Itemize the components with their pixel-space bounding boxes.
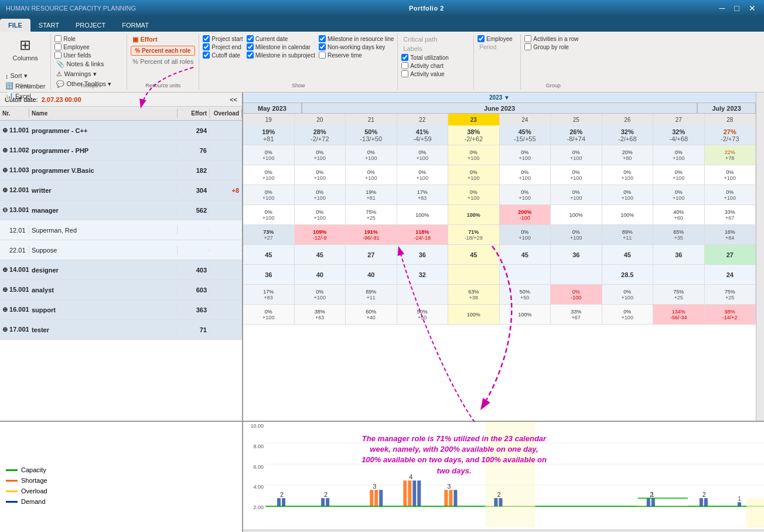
check-group-by-role[interactable]: Group by role [524,43,582,50]
month-june: June 2023 [302,103,697,113]
cutoff-nav[interactable]: << [230,96,237,103]
demand-label: Demand [21,498,46,505]
data-group-content: ⊞ Columns [9,35,41,63]
tab-file[interactable]: FILE [0,19,30,32]
legend-capacity: Capacity [6,466,236,473]
warnings-button[interactable]: ⚠ Warnings ▾ [54,70,123,79]
excel-button[interactable]: 📊 Excel [4,91,47,100]
svg-rect-18 [412,480,416,506]
check-cutoff-date[interactable]: Cutoff date [203,52,243,59]
vertical-scrollbar[interactable] [756,93,764,421]
check-nonworking-days[interactable]: Non-working days key [319,43,394,50]
gantt-row: 0%+100 0%+100 0%+100 0%+100 0%+100 0%+10… [243,145,756,165]
cutoff-value: 2.07.23 00:00 [42,96,81,103]
table-row[interactable]: 22.01 Suppose [0,240,242,260]
check-user-fields[interactable]: User fields [54,52,123,59]
check-total-utilization[interactable]: Total utilization [401,54,470,61]
table-row[interactable]: ⊕ 16.001 support 363 [0,300,242,320]
check-role[interactable]: Role [54,35,123,42]
gantt-row: 17%+83 0%+100 89%+11 63%+38 50%+50 0%-10… [243,285,756,305]
effort-button[interactable]: ▣ Effort [131,35,195,44]
ribbon-group-resource: ▣ Effort % Percent each role % Percent o… [127,34,199,90]
maximize-button[interactable]: □ [732,4,742,13]
svg-rect-17 [408,480,411,506]
ribbon: ⊞ Columns ↕ Sort ▾ 🔢 Renumber 📊 Excel Da… [0,32,764,93]
horizontal-scrollbar[interactable] [243,530,764,532]
check-activity-chart[interactable]: Activity chart [401,62,470,69]
svg-rect-26 [494,498,497,506]
check-project-start[interactable]: Project start [203,35,243,42]
app-title: HUMAN RESOURCE CAPACITY PLANNING [6,5,136,12]
gantt-row: 0%+100 0%+100 0%+100 0%+100 0%+100 0%+10… [243,165,756,185]
table-row[interactable]: ⊕ 12.001 writter 304 +8 [0,180,242,200]
minimize-button[interactable]: ─ [717,4,728,13]
svg-rect-9 [321,498,325,506]
gantt-days: 19 20 21 22 23 24 25 26 27 28 [243,114,756,125]
col-header-overload: Overload [210,109,242,118]
show-group-label: Show [199,83,397,88]
svg-text:2: 2 [280,491,284,498]
tab-project[interactable]: PROJECT [67,19,114,32]
main-area: Cutoff date: 2.07.23 00:00 << Nr. Name E… [0,93,764,421]
check-employee-show[interactable]: Employee [477,35,517,42]
table-row[interactable]: ⊕ 14.001 designer 403 [0,260,242,280]
svg-text:1: 1 [738,495,741,502]
legend-shortage: Shortage [6,477,236,484]
demand-color [6,501,18,503]
percent-all-roles-button[interactable]: % Percent of all roles [131,57,195,66]
svg-text:2: 2 [702,491,706,498]
chart-legend: Capacity Shortage Overload Demand [0,422,243,532]
check-activities-row[interactable]: Activities in a row [524,35,582,42]
table-row[interactable]: ⊕ 11.002 programmer - PHP 76 [0,141,242,161]
day-19: 19 [243,114,295,125]
window-controls: ─ □ ✕ [717,4,758,13]
table-row[interactable]: ⊕ 11.003 programmer V.Basic 182 [0,161,242,180]
check-current-date[interactable]: Current date [247,35,315,42]
check-milestone-subproject[interactable]: Milestone in subproject [247,52,315,59]
svg-rect-29 [647,498,650,506]
day-24: 24 [500,114,551,125]
col-header-nr: Nr. [0,109,29,118]
table-row[interactable]: ⊕ 11.001 programmer - C++ 294 [0,121,242,141]
gantt-row: 0%+100 38%+63 60%+40 50%+50 100% 100% 33… [243,305,756,325]
day-26: 26 [602,114,654,125]
percent-each-role-button[interactable]: % Percent each role [131,46,195,56]
gantt-row: 0%+100 0%+100 19%+81 17%+83 0%+100 0%+10… [243,185,756,205]
close-button[interactable]: ✕ [746,4,758,13]
table-row[interactable]: 12.01 Superman, Red [0,220,242,240]
legend-overload: Overload [6,487,236,495]
check-reserve-time[interactable]: Reserve time [319,52,394,59]
check-activity-value[interactable]: Activity value [401,70,470,77]
table-row[interactable]: ⊕ 17.001 tester 71 [0,320,242,340]
svg-rect-33 [700,498,703,506]
month-may: May 2023 [243,103,302,113]
table-row[interactable]: ⊖ 13.001 manager 562 [0,200,242,220]
ribbon-group-activity: Critical path Labels Total utilization A… [398,34,474,90]
gantt-sub-row: 36 40 40 32 28.5 24 [243,265,756,285]
title-bar: HUMAN RESOURCE CAPACITY PLANNING Portfol… [0,0,764,16]
columns-button[interactable]: ⊞ Columns [9,35,41,63]
shortage-label: Shortage [21,477,47,484]
tab-format[interactable]: FORMAT [114,19,157,32]
check-employee[interactable]: Employee [54,43,123,50]
gantt-summary-cell: 38%-2/+62 [448,125,500,145]
resource-group-label: Resource units [127,83,199,88]
labels-button: Labels [401,45,470,53]
notes-links-button[interactable]: 📎 Notes & links [54,60,123,69]
check-milestone-calendar[interactable]: Milestone in calendar [247,43,315,50]
left-panel: Cutoff date: 2.07.23 00:00 << Nr. Name E… [0,93,243,421]
tab-start[interactable]: START [30,19,67,32]
y-axis: 10.00 8.00 6.00 4.00 2.00 [244,422,265,526]
svg-text:3: 3 [447,483,451,490]
table-row[interactable]: ⊕ 15.001 analyst 603 [0,280,242,300]
sort-button[interactable]: ↕ Sort ▾ [4,71,47,80]
data-group-label: Data [0,83,50,88]
svg-rect-16 [403,480,407,506]
svg-text:3: 3 [373,483,376,490]
check-milestone-resource[interactable]: Milestone in resource line [319,35,394,42]
svg-rect-34 [704,498,708,506]
check-project-end[interactable]: Project end [203,43,243,50]
svg-text:2: 2 [324,491,328,498]
svg-rect-21 [444,490,448,506]
svg-rect-14 [379,490,383,506]
